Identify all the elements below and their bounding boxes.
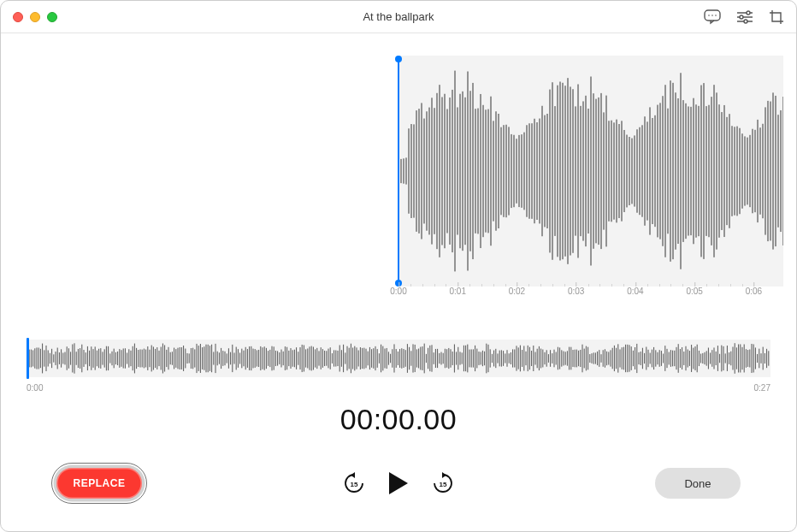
svg-point-9 — [744, 20, 747, 23]
overview-end-time: 0:27 — [754, 383, 770, 393]
done-button[interactable]: Done — [655, 468, 741, 499]
voice-memos-edit-window: At the ballpark — [0, 0, 797, 532]
main-waveform[interactable] — [14, 56, 783, 287]
main-waveform-svg — [398, 56, 783, 287]
playback-controls: 15 15 — [343, 470, 454, 496]
svg-point-8 — [740, 15, 743, 19]
window-title: At the ballpark — [1, 10, 796, 23]
minimize-window-button[interactable] — [30, 12, 40, 22]
svg-point-1 — [708, 15, 710, 16]
skip-back-15-button[interactable]: 15 — [343, 472, 365, 494]
timecode-display: 00:00.00 — [14, 403, 783, 436]
playhead-line — [398, 62, 399, 281]
play-button[interactable] — [387, 470, 410, 496]
close-window-button[interactable] — [13, 12, 23, 22]
playhead[interactable] — [395, 56, 402, 287]
svg-text:15: 15 — [351, 481, 358, 488]
ruler-tick: 0:03 — [568, 287, 584, 296]
ruler-tick: 0:00 — [390, 287, 406, 296]
window-controls — [13, 12, 57, 22]
fullscreen-window-button[interactable] — [47, 12, 57, 22]
overview-start-time: 0:00 — [27, 383, 43, 393]
skip-forward-15-button[interactable]: 15 — [432, 472, 454, 494]
ruler-tick: 0:04 — [627, 287, 643, 296]
ruler-tick: 0:01 — [449, 287, 465, 296]
svg-point-7 — [747, 11, 750, 15]
transcribe-icon[interactable] — [704, 9, 721, 25]
ruler-tick: 0:06 — [746, 287, 762, 296]
svg-point-3 — [715, 15, 717, 16]
bottom-controls: REPLACE 15 — [14, 454, 783, 531]
titlebar: At the ballpark — [1, 1, 796, 33]
ruler-tick: 0:02 — [509, 287, 525, 296]
overview-playhead[interactable] — [27, 338, 29, 379]
ruler-tick: 0:05 — [686, 287, 702, 296]
overview-times: 0:00 0:27 — [27, 383, 770, 393]
time-ruler: 0:000:010:020:030:040:050:06 — [14, 287, 783, 312]
replace-button[interactable]: REPLACE — [56, 468, 142, 499]
playback-settings-icon[interactable] — [736, 10, 753, 24]
trim-icon[interactable] — [769, 9, 784, 25]
svg-text:15: 15 — [440, 481, 447, 488]
editor-content: 0:000:010:020:030:040:050:06 0:00 0:27 0… — [1, 33, 796, 531]
overview-waveform[interactable]: 0:00 0:27 — [14, 340, 783, 387]
titlebar-actions — [704, 9, 784, 25]
svg-point-2 — [711, 15, 713, 16]
overview-waveform-svg — [27, 340, 770, 377]
